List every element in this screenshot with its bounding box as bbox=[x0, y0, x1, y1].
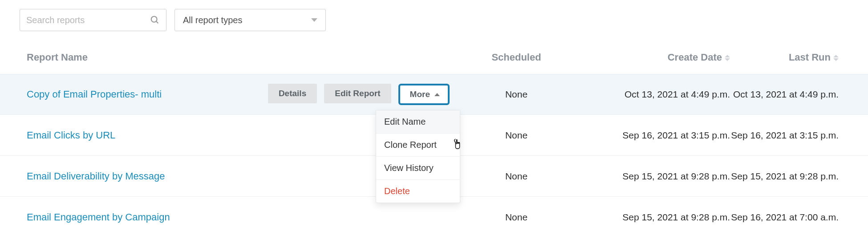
toolbar: All report types bbox=[0, 9, 868, 39]
create-date-cell: Oct 13, 2021 at 4:49 p.m. bbox=[565, 89, 730, 100]
last-run-cell: Sep 15, 2021 at 9:28 p.m. bbox=[730, 171, 839, 182]
scheduled-cell: None bbox=[467, 89, 565, 100]
create-date-cell: Sep 16, 2021 at 3:15 p.m. bbox=[565, 130, 730, 141]
details-button[interactable]: Details bbox=[268, 84, 317, 103]
menu-item-edit-name[interactable]: Edit Name bbox=[376, 110, 460, 134]
svg-point-0 bbox=[151, 16, 157, 22]
report-link[interactable]: Email Deliverability by Message bbox=[27, 171, 165, 182]
last-run-cell: Sep 16, 2021 at 7:00 a.m. bbox=[730, 212, 839, 223]
report-link[interactable]: Email Engagement by Campaign bbox=[27, 212, 170, 223]
more-menu: Edit Name Clone Report View History Dele… bbox=[376, 110, 460, 203]
scheduled-cell: None bbox=[467, 171, 565, 182]
scheduled-cell: None bbox=[467, 130, 565, 141]
filter-label: All report types bbox=[183, 15, 242, 25]
sort-icon bbox=[725, 55, 730, 61]
search-box[interactable] bbox=[20, 9, 166, 31]
more-button[interactable]: More bbox=[398, 84, 450, 105]
edit-report-button[interactable]: Edit Report bbox=[324, 84, 391, 103]
menu-item-view-history[interactable]: View History bbox=[376, 157, 460, 180]
menu-item-clone[interactable]: Clone Report bbox=[376, 134, 460, 157]
column-header-name[interactable]: Report Name bbox=[27, 52, 467, 63]
report-link[interactable]: Copy of Email Properties- multi bbox=[27, 89, 162, 100]
create-date-cell: Sep 15, 2021 at 9:28 p.m. bbox=[565, 171, 730, 182]
table-header: Report Name Scheduled Create Date Last R… bbox=[0, 39, 868, 74]
search-icon bbox=[150, 15, 160, 25]
chevron-down-icon bbox=[311, 18, 317, 22]
create-date-cell: Sep 15, 2021 at 9:28 p.m. bbox=[565, 212, 730, 223]
last-run-cell: Oct 13, 2021 at 4:49 p.m. bbox=[730, 89, 839, 100]
row-actions: Details Edit Report More bbox=[268, 84, 450, 105]
last-run-cell: Sep 16, 2021 at 3:15 p.m. bbox=[730, 130, 839, 141]
column-header-create[interactable]: Create Date bbox=[565, 52, 730, 63]
search-input[interactable] bbox=[26, 15, 150, 25]
chevron-up-icon bbox=[434, 93, 440, 96]
column-header-lastrun[interactable]: Last Run bbox=[730, 52, 841, 63]
scheduled-cell: None bbox=[467, 212, 565, 223]
table-row[interactable]: Copy of Email Properties- multi Details … bbox=[0, 74, 868, 115]
sort-icon bbox=[833, 55, 839, 61]
svg-line-1 bbox=[156, 21, 158, 24]
report-type-filter[interactable]: All report types bbox=[174, 9, 326, 31]
report-link[interactable]: Email Clicks by URL bbox=[27, 130, 115, 141]
menu-item-delete[interactable]: Delete bbox=[376, 180, 460, 203]
column-header-scheduled[interactable]: Scheduled bbox=[467, 52, 565, 63]
